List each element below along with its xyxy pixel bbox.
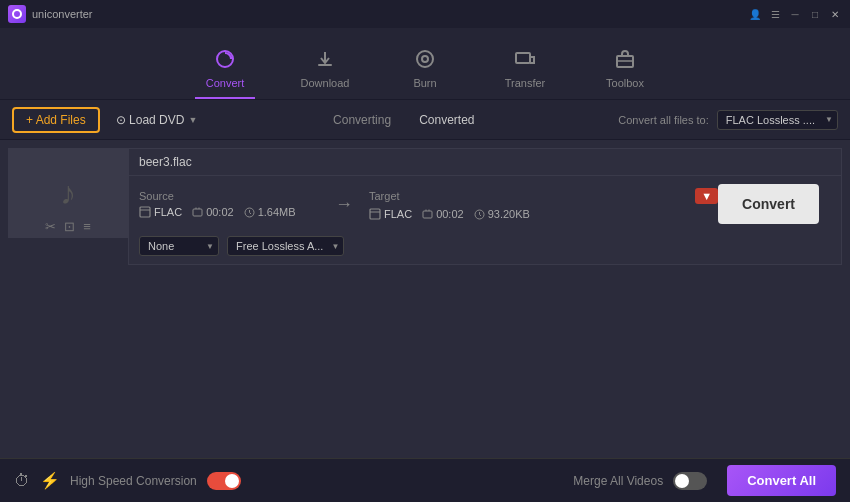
dropdowns-row: None Free Lossless A... [129, 232, 841, 264]
convert-nav-icon [214, 48, 236, 73]
effect-select-label: None [148, 240, 174, 252]
bottom-left: ⏱ ⚡ High Speed Conversion [14, 471, 241, 490]
target-header: Target ▼ [369, 188, 718, 204]
download-nav-label: Download [301, 77, 350, 89]
target-duration: 00:02 [422, 208, 464, 220]
user-icon[interactable]: 👤 [748, 7, 762, 21]
nav-bar: Convert Download Burn Transfer [0, 28, 850, 100]
lightning-icon: ⚡ [40, 471, 60, 490]
source-values: FLAC 00:02 [139, 206, 319, 218]
file-item: ♪ ✂ ⊡ ≡ beer3.flac Source [8, 148, 842, 265]
tab-converting[interactable]: Converting [319, 109, 405, 131]
add-files-button[interactable]: + Add Files [12, 107, 100, 133]
title-bar-left: uniconverter [8, 5, 93, 23]
svg-rect-14 [370, 209, 380, 219]
music-icon: ♪ [60, 175, 76, 212]
main-content: ♪ ✂ ⊡ ≡ beer3.flac Source [0, 140, 850, 458]
convert-all-button[interactable]: Convert All [727, 465, 836, 496]
target-size: 93.20KB [474, 208, 530, 220]
download-nav-icon [314, 48, 336, 73]
load-dvd-label: ⊙ Load DVD [116, 113, 185, 127]
trim-icon[interactable]: ✂ [45, 219, 56, 234]
tab-group: Converting Converted [319, 109, 488, 131]
svg-point-3 [417, 51, 433, 67]
toolbar: + Add Files ⊙ Load DVD ▼ Converting Conv… [0, 100, 850, 140]
nav-item-download[interactable]: Download [295, 48, 355, 99]
load-dvd-button[interactable]: ⊙ Load DVD ▼ [108, 109, 206, 131]
title-bar-right: 👤 ☰ ─ □ ✕ [748, 7, 842, 21]
menu-icon[interactable]: ☰ [768, 7, 782, 21]
clock-icon[interactable]: ⏱ [14, 472, 30, 490]
toggle-knob [225, 474, 239, 488]
file-name: beer3.flac [129, 149, 841, 176]
convert-button[interactable]: Convert [718, 184, 819, 224]
toolbox-nav-icon [614, 48, 636, 73]
convert-nav-label: Convert [206, 77, 245, 89]
source-label: Source [139, 190, 319, 202]
source-size: 1.64MB [244, 206, 296, 218]
target-block: Target ▼ FLAC [369, 188, 718, 220]
clip-icon[interactable]: ⊡ [64, 219, 75, 234]
quality-select[interactable]: Free Lossless A... [227, 236, 344, 256]
svg-rect-16 [423, 211, 432, 218]
svg-rect-5 [516, 53, 530, 63]
selected-format-label: FLAC Lossless .... [726, 114, 815, 126]
svg-rect-8 [140, 207, 150, 217]
maximize-icon[interactable]: □ [808, 7, 822, 21]
nav-item-burn[interactable]: Burn [395, 48, 455, 99]
close-icon[interactable]: ✕ [828, 7, 842, 21]
title-bar: uniconverter 👤 ☰ ─ □ ✕ [0, 0, 850, 28]
effect-select[interactable]: None [139, 236, 219, 256]
source-duration: 00:02 [192, 206, 234, 218]
burn-nav-label: Burn [413, 77, 436, 89]
target-label: Target [369, 190, 400, 202]
thumbnail-actions: ✂ ⊡ ≡ [8, 219, 128, 234]
svg-rect-10 [193, 209, 202, 216]
target-values: FLAC 00:02 [369, 208, 718, 220]
tab-converted[interactable]: Converted [405, 109, 488, 131]
file-thumbnail: ♪ ✂ ⊡ ≡ [8, 148, 128, 238]
svg-rect-2 [318, 64, 332, 66]
merge-toggle[interactable] [673, 472, 707, 490]
file-info-panel: beer3.flac Source FLAC [128, 148, 842, 265]
merge-label: Merge All Videos [573, 474, 663, 488]
nav-item-convert[interactable]: Convert [195, 48, 255, 99]
nav-item-toolbox[interactable]: Toolbox [595, 48, 655, 99]
nav-item-transfer[interactable]: Transfer [495, 48, 555, 99]
high-speed-toggle[interactable] [207, 472, 241, 490]
high-speed-label: High Speed Conversion [70, 474, 197, 488]
minimize-icon[interactable]: ─ [788, 7, 802, 21]
convert-arrow: → [319, 194, 369, 215]
format-select[interactable]: FLAC Lossless .... [717, 110, 838, 130]
load-dvd-chevron[interactable]: ▼ [188, 115, 197, 125]
toolbox-nav-label: Toolbox [606, 77, 644, 89]
transfer-nav-label: Transfer [505, 77, 546, 89]
target-format-btn[interactable]: ▼ [695, 188, 718, 204]
settings-icon[interactable]: ≡ [83, 219, 91, 234]
svg-point-4 [422, 56, 428, 62]
quality-select-label: Free Lossless A... [236, 240, 323, 252]
convert-all-to-label: Convert all files to: [618, 114, 708, 126]
source-block: Source FLAC [139, 190, 319, 218]
transfer-nav-icon [514, 48, 536, 73]
burn-nav-icon [414, 48, 436, 73]
target-format: FLAC [369, 208, 412, 220]
app-logo [8, 5, 26, 23]
bottom-bar: ⏱ ⚡ High Speed Conversion Merge All Vide… [0, 458, 850, 502]
file-details-row: Source FLAC [129, 176, 841, 232]
toggle-knob2 [675, 474, 689, 488]
app-name: uniconverter [32, 8, 93, 20]
source-format: FLAC [139, 206, 182, 218]
